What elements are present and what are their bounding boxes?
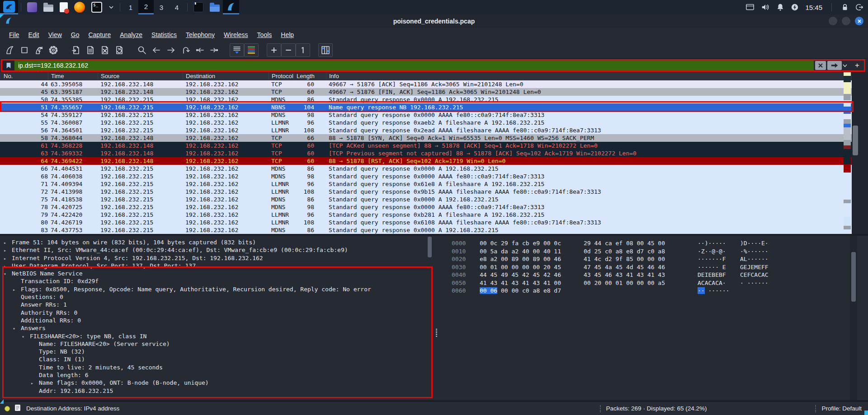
packet-row[interactable]: 6874.406038192.168.232.215192.168.232.16… [0,173,852,180]
expander-icon[interactable]: ▸ [13,286,21,294]
tray-volume-icon[interactable] [761,3,770,11]
clock[interactable]: 15:45 [805,4,822,11]
detail-line[interactable]: Time to live: 2 minutes, 45 seconds [0,364,433,371]
packet-list-scrollbar[interactable] [852,72,859,234]
kali-menu-button[interactable] [0,0,18,14]
detail-line[interactable]: ▸Name flags: 0x0000, ONT: B-node (B-node… [0,379,433,387]
hex-row[interactable]: 006000 06 00 00 c0 a8 e8 d7·· ······ [452,287,850,295]
hex-row[interactable]: 003000 01 00 00 00 00 20 4547 45 4a 45 4… [452,263,850,271]
packet-row[interactable]: 5874.368044192.168.232.148192.168.232.16… [0,134,852,142]
menu-file[interactable]: File [5,29,24,40]
menu-telephony[interactable]: Telephony [181,29,219,40]
hex-row[interactable]: 001000 5a da a2 40 00 40 110d 25 c0 a8 e… [452,247,850,256]
packet-row[interactable]: 5574.360087192.168.232.215192.168.232.16… [0,119,852,126]
packet-row[interactable]: 7874.420725192.168.232.215192.168.232.16… [0,203,852,211]
colorize-button[interactable] [244,43,259,57]
filter-bookmark-button[interactable] [3,61,14,70]
packet-row[interactable]: 8074.426719192.168.232.215192.168.232.16… [0,219,852,226]
packet-row[interactable]: 4463.395058192.168.232.148192.168.232.16… [0,80,852,88]
packet-row[interactable]: 8374.437753192.168.232.215192.168.232.16… [0,226,852,234]
expander-icon[interactable]: ▾ [13,325,21,332]
taskbar-firefox[interactable] [71,0,88,14]
taskbar-terminal[interactable]: $_ [88,0,105,14]
capture-options-button[interactable] [46,43,61,57]
go-last-packet-button[interactable] [207,43,222,57]
detail-line[interactable]: ▸Flags: 0x8500, Response, Opcode: Name q… [0,285,433,293]
packet-list-minimap[interactable] [844,72,851,234]
tray-notifications-icon[interactable] [776,3,784,11]
expander-icon[interactable]: ▸ [4,247,12,254]
detail-line[interactable]: Addr: 192.168.232.215 [0,387,433,395]
vertical-splitter[interactable] [433,236,440,400]
zoom-in-button[interactable] [267,43,281,57]
menu-capture[interactable]: Capture [84,29,115,40]
hex-row[interactable]: 005041 43 41 43 41 43 41 0000 20 00 01 0… [452,279,850,287]
taskbar-window-terminal[interactable]: ▘ [190,0,207,14]
hex-row[interactable]: 004044 45 49 45 42 45 42 4643 45 46 43 4… [452,271,850,279]
expander-icon[interactable]: ▾ [4,270,12,278]
detail-line[interactable]: ▸Internet Protocol Version 4, Src: 192.1… [0,254,433,262]
details-scrollbar-thumb[interactable] [428,237,432,257]
column-time[interactable]: Time [48,73,64,80]
packet-row[interactable]: 6174.368228192.168.232.148192.168.232.16… [0,142,852,149]
hex-row[interactable]: 000000 0c 29 fa cb e9 00 0c29 44 ca ef 0… [452,239,850,247]
expander-icon[interactable]: ▸ [4,239,12,247]
detail-line[interactable]: Additional RRs: 0 [0,317,433,324]
capture-comment-icon[interactable] [14,404,21,413]
detail-line[interactable]: Type: NB (32) [0,348,433,355]
detail-line[interactable]: ▸Ethernet II, Src: VMware_44:ca:ef (00:0… [0,246,433,254]
detail-line[interactable]: ▾FILESHAARE<20>: type NB, class IN [0,332,433,340]
detail-line[interactable]: Name: FILESHAARE<20> (Server service) [0,340,433,348]
profile-selector[interactable]: Profile: Default [821,405,862,412]
menu-go[interactable]: Go [66,29,84,40]
packet-row[interactable]: 5474.359127192.168.232.215192.168.232.16… [0,111,852,119]
packet-row[interactable]: 6474.369422192.168.232.148192.168.232.16… [0,157,852,165]
zoom-out-button[interactable] [281,43,296,57]
column-length[interactable]: Length [293,73,315,80]
filter-dropdown-button[interactable] [842,64,848,67]
file-close-button[interactable] [98,43,112,57]
taskbar-window-files[interactable] [207,0,223,14]
file-save-button[interactable] [83,43,98,57]
hex-scrollbar[interactable] [850,236,857,400]
packet-row[interactable]: 5074.355385192.168.232.215192.168.232.16… [0,96,852,103]
file-open-button[interactable] [69,43,83,57]
logout-icon[interactable] [855,3,863,11]
detail-line[interactable]: ▸User Datagram Protocol, Src Port: 137, … [0,262,433,270]
workspace-1[interactable]: 1 [123,0,138,14]
scrollbar-thumb[interactable] [853,126,858,155]
filter-apply-button[interactable] [827,61,842,70]
go-forward-button[interactable] [164,43,178,57]
detail-line[interactable]: ▸Frame 51: 104 bytes on wire (832 bits),… [0,238,433,246]
packet-row[interactable]: 5674.364501192.168.232.215192.168.232.16… [0,126,852,134]
expander-icon[interactable]: ▾ [22,333,30,340]
taskbar-window-wireshark[interactable] [223,0,239,14]
go-back-button[interactable] [149,43,164,57]
expander-icon[interactable]: ▸ [31,379,39,387]
maximize-button[interactable] [842,17,850,25]
column-protocol[interactable]: Protocol [269,73,293,80]
menu-help[interactable]: Help [276,29,298,40]
capture-stop-button[interactable] [17,43,32,57]
workspace-2-active[interactable]: 2 [138,0,154,14]
detail-line[interactable]: Class: IN (1) [0,355,433,363]
close-button[interactable] [855,17,863,25]
zoom-original-button[interactable] [296,43,310,57]
taskbar-app-window[interactable] [24,0,40,14]
resize-columns-button[interactable] [318,43,333,57]
auto-scroll-button[interactable] [230,43,244,57]
menu-view[interactable]: View [44,29,66,40]
menu-tools[interactable]: Tools [253,29,277,40]
packet-row[interactable]: 6674.404531192.168.232.215192.168.232.16… [0,165,852,173]
column-info[interactable]: Info [326,73,339,80]
scrollbar-thumb[interactable] [851,252,856,302]
menu-statistics[interactable]: Statistics [147,29,181,40]
workspace-4[interactable]: 4 [169,0,184,14]
lock-screen-icon[interactable] [841,3,849,11]
find-packet-button[interactable] [135,43,149,57]
menu-edit[interactable]: Edit [24,29,44,40]
terminal-dropdown[interactable] [105,0,117,14]
capture-start-button[interactable] [3,43,17,57]
packet-row[interactable]: 6374.369332192.168.232.148192.168.232.16… [0,149,852,157]
detail-line[interactable]: Transaction ID: 0xd29f [0,277,433,285]
